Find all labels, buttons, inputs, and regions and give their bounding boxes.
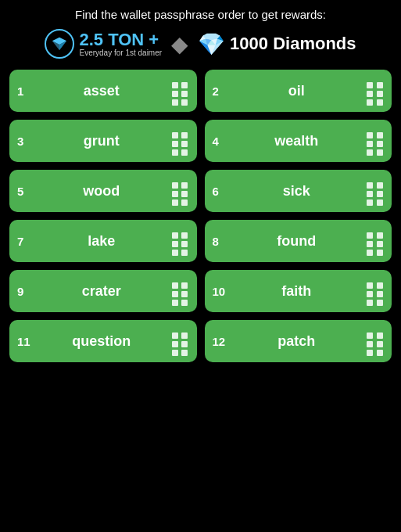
word-label-1: asset	[36, 83, 167, 99]
word-num-6: 6	[213, 185, 227, 198]
word-num-7: 7	[17, 235, 31, 248]
word-card-7[interactable]: 7lake	[9, 220, 197, 262]
word-card-9[interactable]: 9crater	[9, 270, 197, 312]
word-label-6: sick	[231, 183, 363, 200]
word-num-4: 4	[213, 135, 227, 148]
dots-icon-7	[172, 232, 189, 250]
diamond-reward-block: 💎 1000 Diamonds	[198, 31, 356, 57]
word-label-10: faith	[231, 283, 363, 300]
word-num-12: 12	[213, 335, 227, 348]
word-label-5: wood	[36, 183, 167, 200]
dots-icon-2	[367, 82, 384, 99]
word-card-11[interactable]: 11question	[9, 320, 197, 362]
word-card-6[interactable]: 6sick	[205, 170, 392, 212]
dots-icon-3	[172, 132, 189, 149]
word-num-2: 2	[213, 84, 227, 98]
dots-icon-9	[172, 282, 189, 300]
word-num-1: 1	[17, 84, 31, 98]
word-label-4: wealth	[231, 133, 363, 149]
word-label-8: found	[231, 233, 363, 250]
header-instruction: Find the wallet passphrase order to get …	[0, 0, 401, 26]
ton-amount: 2.5 TON +	[79, 31, 162, 49]
dots-icon-1	[172, 82, 189, 99]
word-label-9: crater	[36, 283, 167, 300]
dots-icon-6	[367, 182, 384, 200]
word-num-8: 8	[213, 235, 227, 248]
ton-icon	[45, 29, 74, 59]
word-card-2[interactable]: 2oil	[205, 70, 392, 112]
word-num-11: 11	[17, 335, 31, 348]
word-label-11: question	[36, 333, 167, 350]
divider: ◆	[171, 31, 188, 57]
dots-icon-11	[172, 332, 189, 350]
word-num-10: 10	[213, 285, 227, 298]
diamond-icon: 💎	[198, 31, 225, 57]
word-card-3[interactable]: 3grunt	[9, 120, 197, 162]
word-label-3: grunt	[36, 133, 167, 149]
word-label-2: oil	[231, 83, 363, 99]
word-num-9: 9	[17, 285, 31, 298]
dots-icon-10	[367, 282, 384, 300]
word-card-5[interactable]: 5wood	[9, 170, 197, 212]
dots-icon-4	[367, 132, 384, 149]
word-card-4[interactable]: 4wealth	[205, 120, 392, 162]
word-label-7: lake	[36, 233, 167, 250]
ton-sub: Everyday for 1st daimer	[79, 49, 162, 57]
word-card-10[interactable]: 10faith	[205, 270, 392, 312]
ton-reward-block: 2.5 TON + Everyday for 1st daimer	[45, 29, 162, 59]
word-card-8[interactable]: 8found	[205, 220, 392, 262]
word-label-12: patch	[231, 333, 363, 350]
dots-icon-12	[367, 332, 384, 350]
word-num-3: 3	[17, 135, 31, 148]
dots-icon-5	[172, 182, 189, 200]
dots-icon-8	[367, 232, 384, 250]
word-card-12[interactable]: 12patch	[205, 320, 392, 362]
word-num-5: 5	[17, 185, 31, 198]
word-card-1[interactable]: 1asset	[9, 70, 197, 112]
word-grid: 1asset2oil3grunt4wealth5wood6sick7lake8f…	[0, 65, 401, 367]
diamonds-label: 1000 Diamonds	[230, 34, 356, 54]
